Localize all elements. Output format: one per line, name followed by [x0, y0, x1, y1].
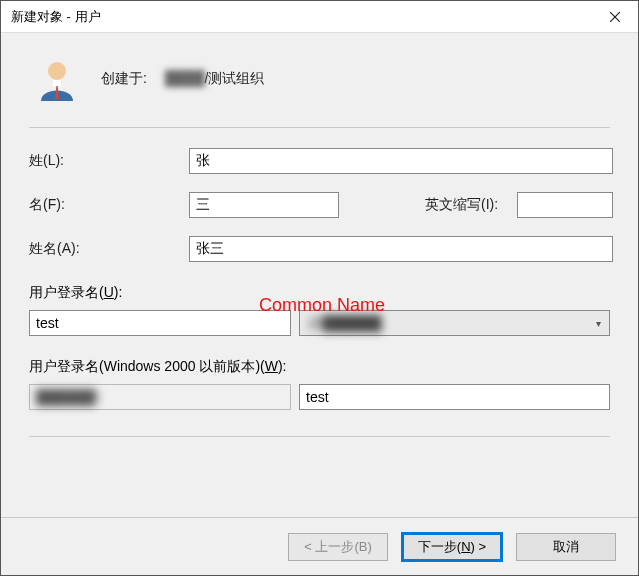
- created-label: 创建于:: [101, 70, 147, 88]
- upn-domain-select[interactable]: @██████ ▾: [299, 310, 610, 336]
- upn-domain-value: @██████: [308, 315, 382, 331]
- new-object-user-dialog: 新建对象 - 用户 创建于: ████/测试组织: [0, 0, 639, 576]
- given-label: 名(F):: [29, 196, 181, 214]
- user-icon: [35, 57, 79, 101]
- svg-point-2: [48, 62, 66, 80]
- surname-label: 姓(L):: [29, 152, 181, 170]
- window-title: 新建对象 - 用户: [11, 8, 101, 26]
- dialog-body: 创建于: ████/测试组织 姓(L): 名(F): 英文缩写(I): 姓名(A…: [1, 33, 638, 517]
- titlebar: 新建对象 - 用户: [1, 1, 638, 33]
- pre2k-label: 用户登录名(Windows 2000 以前版本)(W):: [29, 358, 610, 376]
- upn-input[interactable]: [29, 310, 291, 336]
- back-button: < 上一步(B): [288, 533, 388, 561]
- svg-rect-3: [53, 80, 61, 86]
- divider-bottom: [29, 436, 610, 437]
- upn-row: @██████ ▾: [29, 310, 610, 336]
- cancel-button[interactable]: 取消: [516, 533, 616, 561]
- header-row: 创建于: ████/测试组织: [29, 57, 610, 101]
- chevron-down-icon: ▾: [596, 318, 601, 329]
- close-button[interactable]: [592, 1, 638, 33]
- fullname-input[interactable]: [189, 236, 613, 262]
- created-in-row: 创建于: ████/测试组织: [101, 70, 264, 88]
- given-input[interactable]: [189, 192, 339, 218]
- close-icon: [610, 12, 620, 22]
- pre2k-row: ██████\: [29, 384, 610, 410]
- name-grid: 姓(L): 名(F): 英文缩写(I): 姓名(A):: [29, 148, 610, 262]
- fullname-label: 姓名(A):: [29, 240, 181, 258]
- surname-input[interactable]: [189, 148, 613, 174]
- next-button[interactable]: 下一步(N) >: [402, 533, 502, 561]
- initials-label: 英文缩写(I):: [425, 196, 509, 214]
- footer: < 上一步(B) 下一步(N) > 取消: [1, 517, 638, 575]
- pre2k-domain-readonly: ██████\: [29, 384, 291, 410]
- pre2k-input[interactable]: [299, 384, 610, 410]
- initials-input[interactable]: [517, 192, 613, 218]
- divider-top: [29, 127, 610, 128]
- upn-label: 用户登录名(U):: [29, 284, 610, 302]
- created-path: ████/测试组织: [165, 70, 265, 88]
